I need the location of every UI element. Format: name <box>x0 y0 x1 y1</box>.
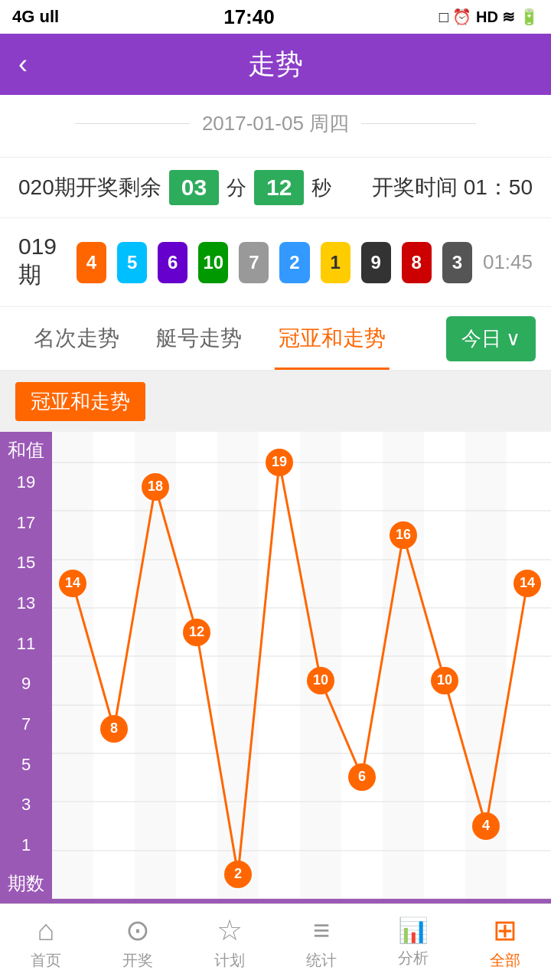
date-section: 2017-01-05 周四 <box>0 95 551 158</box>
all-icon: ⊞ <box>493 913 517 947</box>
date-divider-right <box>361 123 476 124</box>
y-label-5: 5 <box>0 751 52 779</box>
second-unit: 秒 <box>311 175 331 201</box>
status-icons: □ ⏰ HD ≋ 🔋 <box>439 8 539 26</box>
tabs-section: 名次走势 艇号走势 冠亚和走势 今日 ∨ <box>0 307 551 371</box>
draw-time: 开奖时间 01：50 <box>372 173 533 202</box>
tab-rank-trend[interactable]: 名次走势 <box>15 307 138 370</box>
svg-text:12: 12 <box>189 624 204 639</box>
chevron-down-icon: ∨ <box>506 327 520 351</box>
y-label-19: 19 <box>0 469 52 496</box>
seconds-box: 12 <box>254 170 304 205</box>
svg-text:14: 14 <box>65 575 80 590</box>
tab-champion-sum-trend[interactable]: 冠亚和走势 <box>260 307 404 370</box>
y-label-9: 9 <box>0 670 52 697</box>
x-axis-header: 期数 <box>0 865 52 902</box>
y-axis: 和值 19 17 15 13 11 9 7 5 3 1 期数 <box>0 432 52 940</box>
countdown-prefix: 020期开奖剩余 <box>18 173 161 202</box>
home-icon: ⌂ <box>37 914 55 947</box>
svg-text:10: 10 <box>313 672 328 688</box>
nav-analysis-label: 分析 <box>398 948 429 969</box>
today-button[interactable]: 今日 ∨ <box>446 316 536 361</box>
chart-container: 冠亚和走势 和值 19 17 15 13 11 9 7 5 3 1 期数 <box>0 371 551 940</box>
svg-text:10: 10 <box>437 672 452 688</box>
date-display: 2017-01-05 周四 <box>202 110 349 137</box>
y-label-3: 3 <box>0 791 52 818</box>
today-label: 今日 <box>461 325 501 352</box>
svg-text:6: 6 <box>358 769 366 784</box>
minute-unit: 分 <box>227 175 246 201</box>
svg-text:4: 4 <box>482 818 490 833</box>
ball-8: 9 <box>361 242 391 283</box>
stats-icon: ≡ <box>313 914 330 947</box>
svg-rect-4 <box>383 432 424 937</box>
nav-all-label: 全部 <box>490 950 520 971</box>
ball-5: 7 <box>239 242 269 283</box>
period-section: 019期 4 5 6 10 7 2 1 9 8 3 01:45 <box>0 218 551 307</box>
nav-stats[interactable]: ≡ 统计 <box>276 904 367 980</box>
y-axis-header: 和值 <box>0 432 52 462</box>
chart-plot: 95 96 97 98 99 100 101 102 103 104 105 1… <box>52 432 551 940</box>
period-time: 01:45 <box>483 250 533 274</box>
ball-3: 6 <box>158 242 187 283</box>
svg-text:2: 2 <box>234 866 242 881</box>
period-label: 019期 <box>18 234 63 291</box>
tab-boat-trend[interactable]: 艇号走势 <box>138 307 260 370</box>
svg-rect-5 <box>465 432 507 937</box>
ball-6: 2 <box>279 242 309 283</box>
ball-1: 4 <box>77 242 106 283</box>
header: ‹ 走势 <box>0 34 551 95</box>
date-divider-left <box>75 123 190 124</box>
y-label-7: 7 <box>0 710 52 738</box>
y-axis-values: 19 17 15 13 11 9 7 5 3 1 <box>0 462 52 865</box>
svg-text:8: 8 <box>110 720 118 736</box>
svg-text:18: 18 <box>148 479 163 494</box>
ball-2: 5 <box>117 242 147 283</box>
nav-draw-label: 开奖 <box>122 950 153 971</box>
nav-stats-label: 统计 <box>306 950 337 971</box>
y-label-11: 11 <box>0 630 52 658</box>
draw-icon: ⊙ <box>126 913 150 947</box>
svg-text:19: 19 <box>272 454 287 469</box>
back-button[interactable]: ‹ <box>18 48 28 80</box>
nav-home[interactable]: ⌂ 首页 <box>0 904 92 980</box>
page-title: 走势 <box>248 46 303 83</box>
chart-title: 冠亚和走势 <box>15 382 145 421</box>
ball-4: 10 <box>198 242 228 283</box>
signal-strength: 4G ull <box>12 7 59 27</box>
ball-9: 8 <box>402 242 432 283</box>
nav-plan[interactable]: ☆ 计划 <box>184 904 276 980</box>
analysis-icon: 📊 <box>398 916 429 945</box>
plan-icon: ☆ <box>217 913 243 947</box>
svg-text:14: 14 <box>520 575 535 590</box>
ball-7: 1 <box>321 242 350 283</box>
nav-home-label: 首页 <box>31 950 61 971</box>
y-label-1: 1 <box>0 831 52 859</box>
nav-all[interactable]: ⊞ 全部 <box>459 904 551 980</box>
minutes-box: 03 <box>169 170 219 205</box>
ball-10: 3 <box>442 242 472 283</box>
current-time: 17:40 <box>223 5 275 29</box>
y-label-13: 13 <box>0 590 52 617</box>
y-label-15: 15 <box>0 549 52 577</box>
chart-svg: 95 96 97 98 99 100 101 102 103 104 105 1… <box>52 432 551 937</box>
chart-area: 和值 19 17 15 13 11 9 7 5 3 1 期数 <box>0 432 551 940</box>
nav-draw[interactable]: ⊙ 开奖 <box>92 904 184 980</box>
status-bar: 4G ull 17:40 □ ⏰ HD ≋ 🔋 <box>0 0 551 34</box>
svg-text:16: 16 <box>396 527 411 542</box>
y-label-17: 17 <box>0 509 52 537</box>
nav-analysis[interactable]: 📊 分析 <box>367 904 459 980</box>
svg-rect-1 <box>135 432 176 937</box>
nav-plan-label: 计划 <box>214 950 245 971</box>
countdown-section: 020期开奖剩余 03 分 12 秒 开奖时间 01：50 <box>0 158 551 218</box>
svg-rect-0 <box>52 432 93 937</box>
bottom-nav: ⌂ 首页 ⊙ 开奖 ☆ 计划 ≡ 统计 📊 分析 ⊞ 全部 <box>0 903 551 980</box>
chart-header: 冠亚和走势 <box>0 371 551 432</box>
